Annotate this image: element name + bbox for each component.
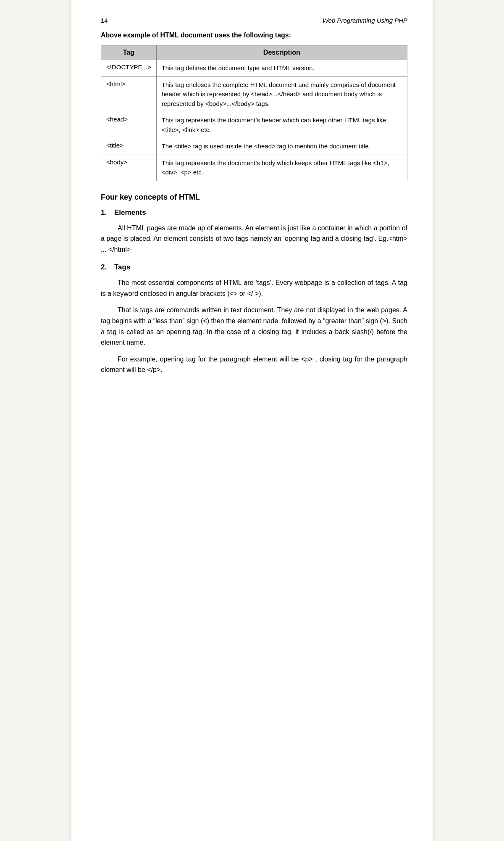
subsection-tags-header: 2. Tags [101, 263, 407, 275]
elements-number: 1. [101, 208, 110, 220]
table-cell-tag: <head> [101, 112, 157, 138]
subsection-elements-header: 1. Elements [101, 208, 407, 220]
table-header-description: Description [156, 45, 407, 60]
html-tags-table: Tag Description <!DOCTYPE...>This tag de… [101, 45, 407, 181]
book-title: Web Programming Using PHP [323, 17, 407, 24]
table-cell-description: This tag represents the document’s body … [156, 155, 407, 181]
tags-number: 2. [101, 263, 110, 275]
table-row: <!DOCTYPE...>This tag defines the docume… [101, 60, 407, 77]
table-row: <title>The <title> tag is used inside th… [101, 138, 407, 155]
table-cell-description: The <title> tag is used inside the <head… [156, 138, 407, 155]
elements-title: Elements [114, 208, 146, 217]
section-title-four-key-concepts: Four key concepts of HTML [101, 193, 407, 202]
table-row: <body>This tag represents the document’s… [101, 155, 407, 181]
page-header: 14 Web Programming Using PHP [101, 17, 407, 24]
subsection-elements: 1. Elements All HTML pages are made up o… [101, 208, 407, 255]
intro-text: Above example of HTML document uses the … [101, 32, 407, 39]
table-cell-tag: <title> [101, 138, 157, 155]
table-cell-description: This tag represents the document’s heade… [156, 112, 407, 138]
tags-body2: That is tags are commands written in tex… [101, 305, 407, 348]
table-cell-description: This tag defines the document type and H… [156, 60, 407, 77]
tags-title: Tags [114, 263, 130, 272]
table-cell-tag: <!DOCTYPE...> [101, 60, 157, 77]
table-cell-description: This tag encloses the complete HTML docu… [156, 76, 407, 112]
table-row: <html>This tag encloses the complete HTM… [101, 76, 407, 112]
table-cell-tag: <body> [101, 155, 157, 181]
subsection-tags: 2. Tags The most essential components of… [101, 263, 407, 375]
tags-body1: The most essential components of HTML ar… [101, 277, 407, 299]
table-header-tag: Tag [101, 45, 157, 60]
page: 14 Web Programming Using PHP Above examp… [71, 0, 433, 841]
elements-body: All HTML pages are made up of elements. … [101, 223, 407, 255]
table-row: <head>This tag represents the document’s… [101, 112, 407, 138]
table-cell-tag: <html> [101, 76, 157, 112]
page-number: 14 [101, 17, 108, 24]
tags-body3: For example, opening tag for the paragra… [101, 354, 407, 375]
